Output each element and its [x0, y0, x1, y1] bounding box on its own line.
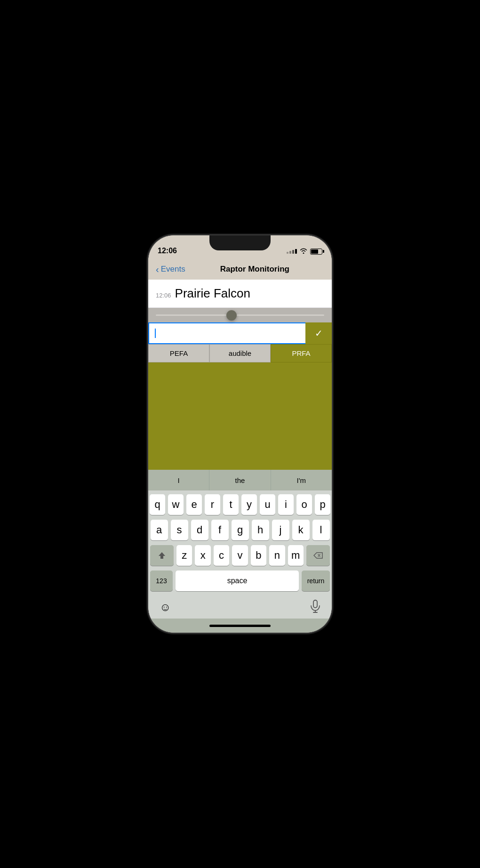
key-i[interactable]: i	[278, 494, 294, 515]
key-f[interactable]: f	[211, 520, 229, 540]
key-r[interactable]: r	[205, 494, 220, 515]
emoji-icon[interactable]: ☺	[160, 601, 171, 614]
key-v[interactable]: v	[232, 545, 248, 566]
svg-rect-0	[313, 600, 317, 608]
event-time: 12:06	[156, 292, 171, 299]
back-button[interactable]: ‹ Events	[156, 264, 185, 275]
suggestion-audible[interactable]: audible	[209, 344, 271, 362]
key-j[interactable]: j	[272, 520, 289, 540]
bottom-bar: ☺	[148, 598, 332, 619]
key-d[interactable]: d	[191, 520, 208, 540]
key-t[interactable]: t	[223, 494, 239, 515]
key-row-1: q w e r t y u i o p	[150, 494, 330, 515]
key-s[interactable]: s	[171, 520, 188, 540]
key-p[interactable]: p	[315, 494, 330, 515]
signal-dots	[287, 249, 297, 254]
key-z[interactable]: z	[176, 545, 192, 566]
predictive-im[interactable]: I'm	[271, 470, 332, 490]
phone-frame: 12:06	[148, 235, 332, 633]
slider-track[interactable]	[156, 314, 324, 316]
cursor	[155, 329, 156, 338]
key-h[interactable]: h	[252, 520, 269, 540]
home-bar	[209, 625, 271, 627]
key-e[interactable]: e	[186, 494, 202, 515]
key-x[interactable]: x	[195, 545, 210, 566]
space-key[interactable]: space	[176, 571, 299, 591]
key-m[interactable]: m	[288, 545, 304, 566]
keyboard: q w e r t y u i o p a s d f g h j k	[148, 490, 332, 598]
phone-screen: 12:06	[148, 235, 332, 633]
content-area: 12:06 Prairie Falcon	[148, 280, 332, 308]
status-icons	[287, 248, 322, 255]
key-row-3: z x c v b n m	[150, 545, 330, 566]
key-b[interactable]: b	[251, 545, 266, 566]
mic-icon[interactable]	[310, 600, 320, 615]
shift-key[interactable]	[150, 545, 174, 566]
yellow-area	[148, 362, 332, 470]
predictive-the[interactable]: the	[209, 470, 271, 490]
key-row-4: 123 space return	[150, 571, 330, 591]
confirm-button[interactable]: ✓	[305, 322, 332, 344]
battery-icon	[310, 249, 322, 255]
key-g[interactable]: g	[232, 520, 249, 540]
key-n[interactable]: n	[269, 545, 285, 566]
key-a[interactable]: a	[151, 520, 168, 540]
key-u[interactable]: u	[260, 494, 275, 515]
numbers-key[interactable]: 123	[150, 571, 173, 591]
slider-container	[148, 308, 332, 322]
key-row-2: a s d f g h j k l	[150, 520, 330, 540]
input-row: ✓	[148, 322, 332, 344]
key-k[interactable]: k	[292, 520, 310, 540]
back-label: Events	[161, 265, 185, 274]
status-time: 12:06	[158, 247, 177, 255]
nav-bar: ‹ Events Raptor Monitoring	[148, 259, 332, 280]
delete-key[interactable]	[306, 545, 330, 566]
suggestion-prfa[interactable]: PRFA	[271, 344, 332, 362]
text-input[interactable]	[148, 322, 305, 344]
key-l[interactable]: l	[312, 520, 330, 540]
predictive-i[interactable]: I	[148, 470, 209, 490]
notch	[209, 235, 271, 250]
suggestion-pefa[interactable]: PEFA	[148, 344, 209, 362]
slider-thumb[interactable]	[226, 310, 237, 321]
suggestions-row: PEFA audible PRFA	[148, 344, 332, 362]
event-row: 12:06 Prairie Falcon	[148, 280, 332, 308]
back-arrow-icon: ‹	[156, 264, 159, 275]
key-w[interactable]: w	[168, 494, 184, 515]
predictive-bar: I the I'm	[148, 470, 332, 490]
wifi-icon	[300, 248, 307, 255]
event-title: Prairie Falcon	[175, 286, 250, 301]
return-key[interactable]: return	[302, 571, 330, 591]
home-indicator	[148, 619, 332, 633]
page-title: Raptor Monitoring	[185, 265, 324, 274]
key-q[interactable]: q	[150, 494, 165, 515]
key-o[interactable]: o	[296, 494, 312, 515]
status-bar: 12:06	[148, 235, 332, 259]
key-c[interactable]: c	[214, 545, 229, 566]
key-y[interactable]: y	[241, 494, 257, 515]
